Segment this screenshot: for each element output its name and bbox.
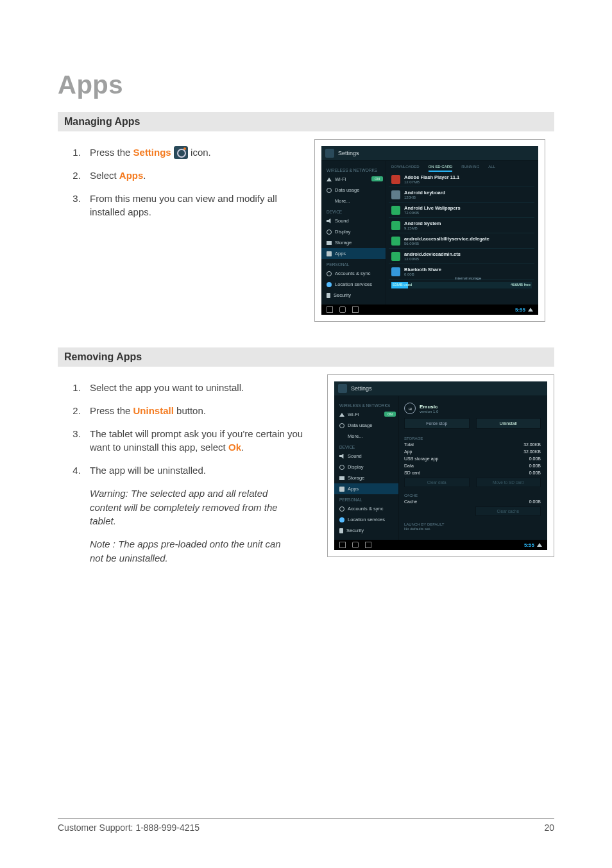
sound-icon: [327, 219, 332, 224]
storage-free: 466MB free: [511, 283, 531, 287]
warning-note: Warning: The selected app and all relate…: [90, 487, 282, 528]
app-row[interactable]: Android System9.15MB: [389, 218, 534, 233]
clear-cache-button[interactable]: Clear cache: [475, 506, 541, 516]
app-size: 12.07MB: [404, 180, 459, 184]
sidebar-item-more[interactable]: More...: [334, 431, 398, 442]
sidebar-cat: PERSONAL: [321, 259, 386, 268]
sidebar-item-more[interactable]: More...: [321, 196, 386, 206]
sidebar-item-security[interactable]: Security: [321, 290, 386, 301]
sidebar-item-wifi[interactable]: Wi-FiON: [321, 174, 386, 185]
sidebar-item-sound[interactable]: Sound: [334, 451, 398, 462]
home-icon[interactable]: [339, 306, 346, 313]
label: Sound: [335, 218, 349, 224]
sidebar-item-location[interactable]: Location services: [334, 514, 398, 525]
app-icon: [391, 190, 400, 199]
home-icon[interactable]: [352, 542, 359, 548]
app-detail-name: Emusic: [420, 404, 438, 410]
kv-val: 0.00B: [529, 499, 541, 504]
managing-step-2: Select Apps.: [83, 169, 302, 183]
sidebar-item-sound[interactable]: Sound: [321, 215, 386, 226]
label: Location services: [335, 281, 372, 287]
sidebar-item-location[interactable]: Location services: [321, 279, 386, 290]
data-icon: [339, 423, 344, 428]
app-icon: [391, 252, 400, 261]
app-row[interactable]: Android keyboard120KB: [389, 187, 534, 203]
kv-val: 32.00KB: [523, 449, 541, 454]
sidebar-item-apps[interactable]: Apps: [334, 483, 398, 494]
label: Display: [335, 229, 351, 235]
wifi-toggle[interactable]: ON: [371, 176, 383, 181]
storage-label: Internal storage: [455, 276, 482, 280]
kv-val: 0.00B: [529, 471, 541, 475]
app-row[interactable]: Android Live Wallpapers72.00KB: [389, 203, 534, 218]
sidebar-item-storage[interactable]: Storage: [334, 472, 398, 483]
tab-all[interactable]: ALL: [488, 165, 495, 172]
label: Apps: [335, 251, 346, 256]
wifi-status-icon: [528, 308, 533, 312]
footer-page-number: 20: [544, 822, 554, 833]
sidebar-item-data[interactable]: Data usage: [321, 185, 386, 196]
sidebar-item-security[interactable]: Security: [334, 525, 398, 536]
app-row[interactable]: Adobe Flash Player 11.112.07MB: [389, 172, 534, 187]
section-header-managing: Managing Apps: [58, 112, 554, 131]
wifi-icon: [327, 178, 332, 181]
sidebar-item-storage[interactable]: Storage: [321, 237, 386, 248]
step-text: The tablet will prompt ask you if you're…: [90, 428, 303, 453]
lock-icon: [327, 293, 330, 298]
sync-icon: [327, 271, 332, 276]
kv-val: 32.00KB: [523, 442, 541, 447]
app-name: Android keyboard: [404, 190, 445, 196]
app-detail-version: version 1.0: [420, 410, 438, 413]
screenshot-managing-apps: Settings WIRELESS & NETWORKS Wi-FiON Dat…: [314, 139, 545, 322]
sidebar-cat: DEVICE: [334, 442, 398, 451]
app-icon: [391, 175, 400, 184]
force-stop-button[interactable]: Force stop: [404, 418, 470, 429]
sidebar-item-display[interactable]: Display: [334, 462, 398, 472]
sidebar-cat: WIRELESS & NETWORKS: [321, 165, 386, 174]
tab-running[interactable]: RUNNING: [461, 165, 479, 172]
app-size: 56.00KB: [404, 242, 489, 246]
kv-val: 0.00B: [529, 463, 541, 468]
sidebar-item-data[interactable]: Data usage: [334, 420, 398, 431]
managing-step-1: Press the Settings icon.: [83, 146, 302, 160]
sidebar-cat: WIRELESS & NETWORKS: [334, 400, 398, 409]
sidebar-item-wifi[interactable]: Wi-FiON: [334, 409, 398, 420]
sidebar-item-accounts[interactable]: Accounts & sync: [321, 268, 386, 279]
tab-downloaded[interactable]: DOWNLOADED: [391, 165, 420, 172]
label: Security: [346, 528, 364, 533]
app-name: Android Live Wallpapers: [404, 205, 461, 211]
tab-sdcard[interactable]: ON SD CARD: [429, 165, 453, 172]
label: Storage: [335, 240, 352, 246]
apps-tabs: DOWNLOADED ON SD CARD RUNNING ALL: [389, 163, 534, 172]
label: Wi-Fi: [348, 412, 359, 417]
sidebar-item-apps[interactable]: Apps: [321, 248, 386, 259]
wifi-status-icon: [537, 543, 542, 547]
sidebar-cat: DEVICE: [321, 206, 386, 215]
clear-data-button[interactable]: Clear data: [404, 478, 470, 487]
app-name: Adobe Flash Player 11.1: [404, 174, 459, 180]
back-icon[interactable]: [339, 542, 346, 548]
uninstall-button[interactable]: Uninstall: [476, 418, 541, 429]
cache-heading: CACHE: [402, 491, 543, 498]
move-sd-button[interactable]: Move to SD card: [476, 478, 541, 487]
page-footer: Customer Support: 1-888-999-4215 20: [58, 818, 554, 833]
app-row[interactable]: android.deviceadmin.cts12.00KB: [389, 249, 534, 264]
app-row[interactable]: android.accessibilityservice.delegate56.…: [389, 233, 534, 249]
footer-support: Customer Support: 1-888-999-4215: [58, 822, 200, 833]
settings-keyword: Settings: [133, 147, 171, 158]
app-name: Bluetooth Share: [404, 267, 441, 272]
location-icon: [339, 517, 344, 522]
app-size: 12.00KB: [404, 257, 461, 261]
wifi-icon: [339, 413, 344, 417]
sidebar-item-display[interactable]: Display: [321, 226, 386, 237]
sidebar-item-accounts[interactable]: Accounts & sync: [334, 503, 398, 514]
wifi-toggle[interactable]: ON: [384, 412, 396, 417]
settings-icon: [338, 384, 347, 393]
sound-icon: [339, 454, 344, 459]
settings-icon: [325, 149, 334, 158]
uninstall-keyword: Uninstall: [133, 405, 174, 416]
recent-icon[interactable]: [365, 542, 371, 548]
back-icon[interactable]: [327, 306, 333, 313]
recent-icon[interactable]: [352, 306, 359, 313]
settings-sidebar: WIRELESS & NETWORKS Wi-FiON Data usage M…: [321, 161, 386, 305]
